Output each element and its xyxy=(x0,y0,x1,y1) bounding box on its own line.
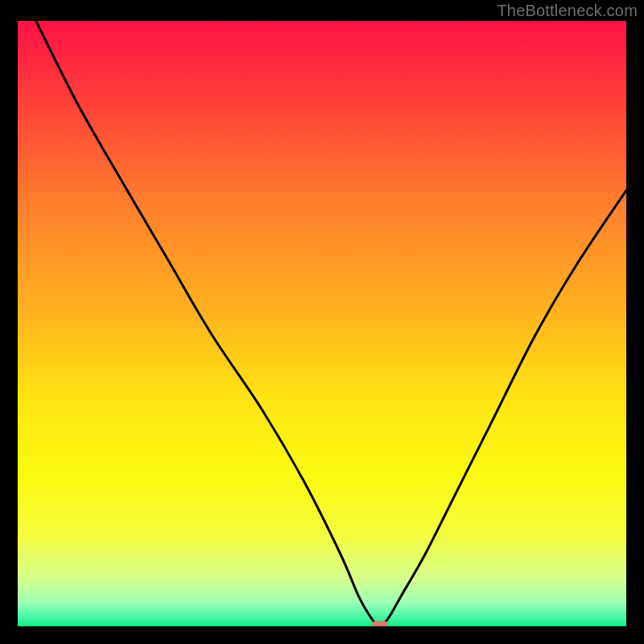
plot-svg xyxy=(18,21,626,626)
chart-frame: TheBottleneck.com xyxy=(0,0,644,644)
optimal-marker xyxy=(372,621,387,626)
plot-background xyxy=(18,21,626,626)
bottleneck-plot xyxy=(18,21,626,626)
source-watermark: TheBottleneck.com xyxy=(497,2,638,20)
